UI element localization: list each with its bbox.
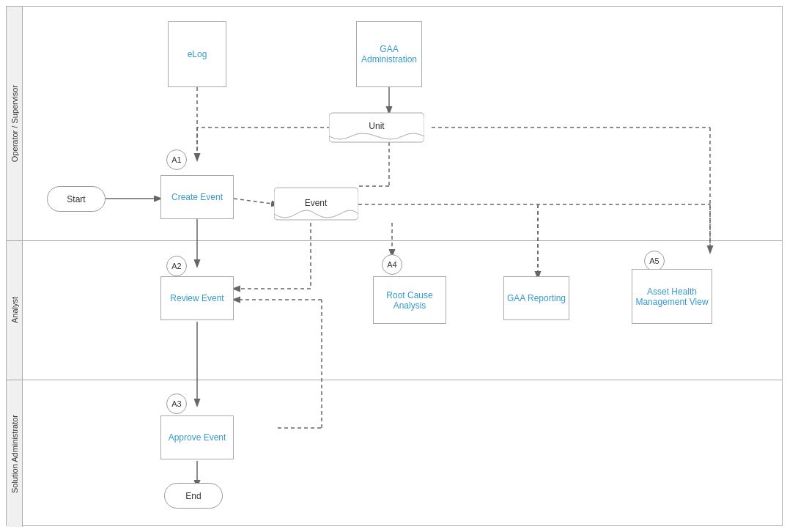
lane-operator-label: Operator / Supervisor xyxy=(7,7,23,240)
review-event-label: Review Event xyxy=(170,293,223,303)
gaa-reporting-label: GAA Reporting xyxy=(507,293,566,303)
approve-event-node[interactable]: Approve Event xyxy=(160,415,234,459)
unit-svg: Unit xyxy=(329,111,424,144)
gaa-reporting-node[interactable]: GAA Reporting xyxy=(503,276,569,320)
a4-circle: A4 xyxy=(382,254,402,275)
a5-circle: A5 xyxy=(644,251,665,271)
elog-node[interactable]: eLog xyxy=(168,21,226,87)
lane-solution-label: Solution Administrator xyxy=(7,380,23,527)
approve-event-label: Approve Event xyxy=(169,432,226,443)
event-svg: Event xyxy=(274,186,358,223)
lane-analyst-text: Analyst xyxy=(10,297,19,323)
review-event-node[interactable]: Review Event xyxy=(160,276,234,320)
asset-health-node[interactable]: Asset Health Management View xyxy=(632,269,712,324)
unit-node[interactable]: Unit xyxy=(329,111,424,144)
end-node[interactable]: End xyxy=(164,483,223,509)
lane-analyst-label: Analyst xyxy=(7,241,23,380)
lane-operator-text: Operator / Supervisor xyxy=(10,85,19,162)
start-label: Start xyxy=(67,194,85,204)
svg-text:Event: Event xyxy=(305,198,328,208)
root-cause-label: Root Cause Analysis xyxy=(374,290,446,311)
diagram-container: Operator / Supervisor Analyst Solution A… xyxy=(6,6,783,526)
a2-circle: A2 xyxy=(166,256,187,276)
event-node[interactable]: Event xyxy=(274,186,358,223)
start-node[interactable]: Start xyxy=(47,186,106,212)
create-event-label: Create Event xyxy=(171,192,223,202)
lane-solution-text: Solution Administrator xyxy=(10,415,19,493)
lane-solution: Solution Administrator xyxy=(7,380,782,527)
asset-health-label: Asset Health Management View xyxy=(632,287,712,307)
create-event-node[interactable]: Create Event xyxy=(160,175,234,219)
gaa-admin-label: GAA Administration xyxy=(361,44,417,64)
a3-circle: A3 xyxy=(166,394,187,414)
elog-label: eLog xyxy=(188,49,207,59)
root-cause-node[interactable]: Root Cause Analysis xyxy=(373,276,446,324)
gaa-admin-node[interactable]: GAA Administration xyxy=(356,21,422,87)
end-label: End xyxy=(185,491,201,501)
svg-text:Unit: Unit xyxy=(369,121,385,131)
a1-circle: A1 xyxy=(166,149,187,170)
